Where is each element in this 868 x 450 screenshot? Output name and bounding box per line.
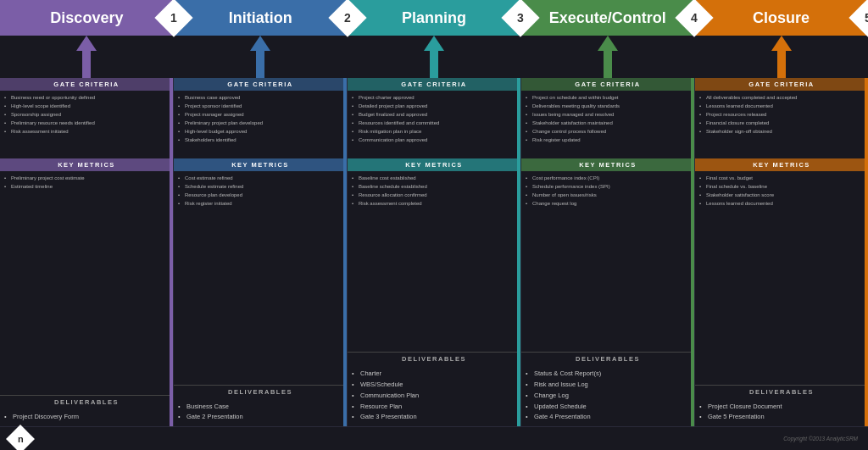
deliverables-bar-execute: DELIVERABLES <box>521 352 694 365</box>
arrow-body-discovery <box>82 51 91 78</box>
deliverable-item: Project Discovery Form <box>4 412 169 423</box>
main-content: GATE CRITERIABusiness need or opportunit… <box>0 78 868 426</box>
phase-column-planning: GATE CRITERIAProject charter approvedDet… <box>348 78 521 426</box>
criteria-item: Stakeholders identified <box>178 136 342 144</box>
criteria-content-execute: Project on schedule and within budgetDel… <box>521 91 694 158</box>
arrow-body-initiation <box>256 51 264 78</box>
col-bar-planning <box>517 78 520 426</box>
criteria-item: Financial closure completed <box>699 119 864 127</box>
phase-label-planning: Planning <box>402 9 466 27</box>
deliverable-item: Charter <box>352 369 516 380</box>
metrics-item: Lessons learned documented <box>699 200 864 208</box>
gate-num-5: 5 <box>865 11 868 25</box>
key-metrics-bar-planning: KEY METRICS <box>348 158 520 171</box>
gate-criteria-bar-initiation: GATE CRITERIA <box>174 78 347 91</box>
metrics-item: Risk assessment completed <box>352 200 516 208</box>
arrow-cell-closure <box>694 36 868 78</box>
arrow-shape-execute <box>598 36 618 78</box>
phase-column-execute: GATE CRITERIAProject on schedule and wit… <box>521 78 695 426</box>
criteria-item: Communication plan approved <box>352 136 516 144</box>
metrics-item: Resource plan developed <box>178 192 342 199</box>
arrow-head-execute <box>598 36 618 51</box>
arrow-head-closure <box>771 36 792 51</box>
criteria-item: Change control process followed <box>526 128 690 136</box>
metrics-item: Schedule performance index (SPI) <box>526 183 690 191</box>
col-bar-discovery <box>170 78 173 426</box>
bottom-strip: n Copyright ©2013 AnalyticSRM <box>0 426 868 450</box>
metrics-content-initiation: Cost estimate refinedSchedule estimate r… <box>174 171 347 214</box>
metrics-item: Risk register initiated <box>178 200 342 208</box>
criteria-item: Stakeholder satisfaction maintained <box>526 119 690 127</box>
arrow-body-execute <box>604 51 612 78</box>
criteria-item: High-level budget approved <box>178 128 342 136</box>
criteria-item: Project sponsor identified <box>178 103 342 110</box>
criteria-item: Project on schedule and within budget <box>526 94 690 102</box>
gate-num-3: 3 <box>517 11 524 25</box>
deliverables-bar-closure: DELIVERABLES <box>695 385 868 398</box>
metrics-item: Final cost vs. budget <box>699 175 864 182</box>
phase-label-closure: Closure <box>753 9 810 27</box>
criteria-item: Project resources released <box>699 111 864 119</box>
gate-num-2: 2 <box>344 11 351 25</box>
gate-num-1: 1 <box>170 11 177 25</box>
phase-column-initiation: GATE CRITERIABusiness case approvedProje… <box>174 78 348 426</box>
arrow-body-planning <box>430 51 438 78</box>
deliverable-item: Gate 4 Presentation <box>526 412 690 423</box>
deliverables-content-initiation: Business CaseGate 2 Presentation <box>174 398 347 427</box>
nav-label: n <box>18 433 24 443</box>
criteria-item: Business need or opportunity defined <box>4 94 169 102</box>
metrics-item: Baseline schedule established <box>352 183 516 191</box>
deliverables-bar-initiation: DELIVERABLES <box>174 385 347 398</box>
metrics-item: Preliminary project cost estimate <box>4 175 169 182</box>
phase-header-closure: Closure5 <box>694 0 868 36</box>
deliverables-content-execute: Status & Cost Report(s)Risk and Issue Lo… <box>521 365 694 426</box>
phase-column-closure: GATE CRITERIAAll deliverables completed … <box>695 78 868 426</box>
metrics-item: Schedule estimate refined <box>178 183 342 191</box>
metrics-content-closure: Final cost vs. budgetFinal schedule vs. … <box>695 171 868 214</box>
deliverables-content-discovery: Project Discovery Form <box>0 408 173 426</box>
gate-num-4: 4 <box>691 11 698 25</box>
col-bar-execute <box>691 78 694 426</box>
criteria-item: Project charter approved <box>352 94 516 102</box>
deliverables-bar-discovery: DELIVERABLES <box>0 395 173 408</box>
phase-header-initiation: Initiation2 <box>174 0 348 36</box>
criteria-item: Business case approved <box>178 94 342 102</box>
arrows-section <box>0 36 868 78</box>
metrics-content-execute: Cost performance index (CPI)Schedule per… <box>521 171 694 214</box>
criteria-item: Lessons learned documented <box>699 103 864 110</box>
metrics-item: Change request log <box>526 200 690 208</box>
criteria-content-planning: Project charter approvedDetailed project… <box>348 91 520 158</box>
col-bar-closure <box>865 78 868 426</box>
metrics-item: Final schedule vs. baseline <box>699 183 864 191</box>
arrow-shape-planning <box>424 36 444 78</box>
gate-criteria-bar-execute: GATE CRITERIA <box>521 78 694 91</box>
metrics-item: Resource allocation confirmed <box>352 192 516 199</box>
criteria-item: Resources identified and committed <box>352 119 516 127</box>
deliverable-item: Status & Cost Report(s) <box>526 369 690 380</box>
criteria-item: Issues being managed and resolved <box>526 111 690 119</box>
metrics-content-discovery: Preliminary project cost estimateEstimat… <box>0 171 173 214</box>
arrow-cell-discovery <box>0 36 174 78</box>
deliverable-item: WBS/Schedule <box>352 380 516 391</box>
phase-headers: Discovery1Initiation2Planning3Execute/Co… <box>0 0 868 36</box>
deliverable-item: Change Log <box>526 391 690 402</box>
deliverable-item: Updated Schedule <box>526 402 690 413</box>
phase-column-discovery: GATE CRITERIABusiness need or opportunit… <box>0 78 174 426</box>
criteria-item: Preliminary resource needs identified <box>4 119 169 127</box>
metrics-content-planning: Baseline cost establishedBaseline schedu… <box>348 171 520 214</box>
copyright-text: Copyright ©2013 AnalyticSRM <box>783 436 858 442</box>
criteria-item: Detailed project plan approved <box>352 103 516 110</box>
main-wrapper: Discovery1Initiation2Planning3Execute/Co… <box>0 0 868 450</box>
metrics-item: Stakeholder satisfaction score <box>699 192 864 199</box>
deliverables-bar-planning: DELIVERABLES <box>348 352 520 365</box>
deliverables-content-closure: Project Closure DocumentGate 5 Presentat… <box>695 398 868 427</box>
deliverable-item: Gate 3 Presentation <box>352 412 516 423</box>
deliverable-item: Resource Plan <box>352 402 516 413</box>
deliverable-item: Gate 2 Presentation <box>178 412 342 423</box>
metrics-item: Number of open issues/risks <box>526 192 690 199</box>
nav-diamond[interactable]: n <box>6 425 35 450</box>
phase-header-planning: Planning3 <box>348 0 521 36</box>
criteria-content-discovery: Business need or opportunity definedHigh… <box>0 91 173 158</box>
criteria-item: All deliverables completed and accepted <box>699 94 864 102</box>
deliverable-item: Project Closure Document <box>699 402 864 413</box>
